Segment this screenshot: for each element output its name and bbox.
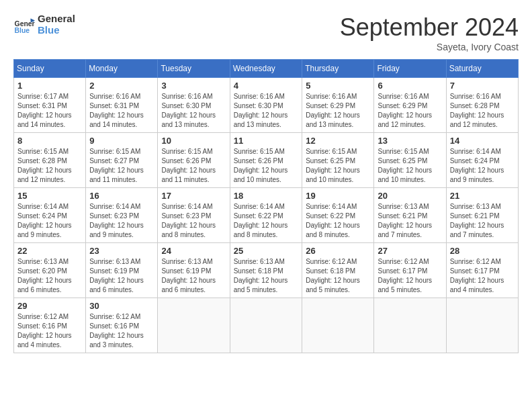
- calendar-cell: 11Sunrise: 6:15 AMSunset: 6:26 PMDayligh…: [230, 133, 302, 188]
- calendar-week-row: 29Sunrise: 6:12 AMSunset: 6:16 PMDayligh…: [14, 298, 519, 353]
- day-number: 28: [450, 246, 515, 256]
- day-number: 13: [378, 136, 442, 146]
- day-number: 11: [234, 136, 299, 146]
- logo: General Blue General Blue: [13, 13, 75, 36]
- calendar-cell: 17Sunrise: 6:14 AMSunset: 6:23 PMDayligh…: [158, 188, 230, 243]
- day-info: Sunrise: 6:15 AMSunset: 6:27 PMDaylight:…: [89, 147, 154, 185]
- day-info: Sunrise: 6:15 AMSunset: 6:25 PMDaylight:…: [306, 147, 370, 185]
- day-info: Sunrise: 6:16 AMSunset: 6:28 PMDaylight:…: [450, 92, 515, 130]
- calendar-cell: 6Sunrise: 6:16 AMSunset: 6:29 PMDaylight…: [374, 78, 446, 133]
- day-info: Sunrise: 6:14 AMSunset: 6:24 PMDaylight:…: [450, 147, 515, 185]
- calendar-cell: 10Sunrise: 6:15 AMSunset: 6:26 PMDayligh…: [158, 133, 230, 188]
- month-title: September 2024: [340, 13, 519, 42]
- day-number: 21: [450, 191, 515, 201]
- day-number: 26: [306, 246, 370, 256]
- calendar-cell: 18Sunrise: 6:14 AMSunset: 6:22 PMDayligh…: [230, 188, 302, 243]
- day-number: 4: [234, 81, 299, 91]
- day-number: 6: [378, 81, 442, 91]
- calendar-cell: 9Sunrise: 6:15 AMSunset: 6:27 PMDaylight…: [86, 133, 158, 188]
- day-info: Sunrise: 6:12 AMSunset: 6:17 PMDaylight:…: [378, 257, 442, 295]
- day-number: 1: [17, 81, 82, 91]
- calendar-cell: [158, 298, 230, 353]
- day-number: 23: [89, 246, 154, 256]
- calendar-cell: 2Sunrise: 6:16 AMSunset: 6:31 PMDaylight…: [86, 78, 158, 133]
- calendar-cell: 8Sunrise: 6:15 AMSunset: 6:28 PMDaylight…: [14, 133, 86, 188]
- day-info: Sunrise: 6:16 AMSunset: 6:30 PMDaylight:…: [161, 92, 226, 130]
- calendar-cell: 29Sunrise: 6:12 AMSunset: 6:16 PMDayligh…: [14, 298, 86, 353]
- day-info: Sunrise: 6:12 AMSunset: 6:18 PMDaylight:…: [306, 257, 370, 295]
- weekday-header-thursday: Thursday: [302, 60, 374, 78]
- day-info: Sunrise: 6:13 AMSunset: 6:18 PMDaylight:…: [234, 257, 299, 295]
- title-block: September 2024 Sayeta, Ivory Coast: [340, 13, 519, 52]
- calendar-week-row: 15Sunrise: 6:14 AMSunset: 6:24 PMDayligh…: [14, 188, 519, 243]
- day-number: 10: [161, 136, 226, 146]
- day-info: Sunrise: 6:16 AMSunset: 6:31 PMDaylight:…: [89, 92, 154, 130]
- day-info: Sunrise: 6:17 AMSunset: 6:31 PMDaylight:…: [17, 92, 82, 130]
- calendar-cell: [302, 298, 374, 353]
- calendar-cell: 19Sunrise: 6:14 AMSunset: 6:22 PMDayligh…: [302, 188, 374, 243]
- weekday-header-monday: Monday: [86, 60, 158, 78]
- calendar-cell: 4Sunrise: 6:16 AMSunset: 6:30 PMDaylight…: [230, 78, 302, 133]
- calendar-cell: 13Sunrise: 6:15 AMSunset: 6:25 PMDayligh…: [374, 133, 446, 188]
- calendar-cell: 1Sunrise: 6:17 AMSunset: 6:31 PMDaylight…: [14, 78, 86, 133]
- calendar-cell: [230, 298, 302, 353]
- day-number: 5: [306, 81, 370, 91]
- day-info: Sunrise: 6:15 AMSunset: 6:25 PMDaylight:…: [378, 147, 442, 185]
- calendar-table: SundayMondayTuesdayWednesdayThursdayFrid…: [13, 59, 519, 353]
- day-info: Sunrise: 6:12 AMSunset: 6:16 PMDaylight:…: [17, 312, 82, 350]
- day-number: 12: [306, 136, 370, 146]
- day-info: Sunrise: 6:14 AMSunset: 6:23 PMDaylight:…: [161, 202, 226, 240]
- location: Sayeta, Ivory Coast: [340, 42, 519, 52]
- weekday-header-saturday: Saturday: [446, 60, 518, 78]
- calendar-cell: 12Sunrise: 6:15 AMSunset: 6:25 PMDayligh…: [302, 133, 374, 188]
- day-info: Sunrise: 6:13 AMSunset: 6:20 PMDaylight:…: [17, 257, 82, 295]
- day-number: 19: [306, 191, 370, 201]
- day-number: 29: [17, 301, 82, 311]
- calendar-cell: 26Sunrise: 6:12 AMSunset: 6:18 PMDayligh…: [302, 243, 374, 298]
- day-info: Sunrise: 6:16 AMSunset: 6:29 PMDaylight:…: [378, 92, 442, 130]
- calendar-cell: 14Sunrise: 6:14 AMSunset: 6:24 PMDayligh…: [446, 133, 518, 188]
- day-number: 8: [17, 136, 82, 146]
- calendar-cell: 3Sunrise: 6:16 AMSunset: 6:30 PMDaylight…: [158, 78, 230, 133]
- day-info: Sunrise: 6:13 AMSunset: 6:19 PMDaylight:…: [161, 257, 226, 295]
- day-info: Sunrise: 6:16 AMSunset: 6:29 PMDaylight:…: [306, 92, 370, 130]
- day-info: Sunrise: 6:16 AMSunset: 6:30 PMDaylight:…: [234, 92, 299, 130]
- calendar-cell: 24Sunrise: 6:13 AMSunset: 6:19 PMDayligh…: [158, 243, 230, 298]
- calendar-cell: 22Sunrise: 6:13 AMSunset: 6:20 PMDayligh…: [14, 243, 86, 298]
- calendar-cell: [374, 298, 446, 353]
- day-info: Sunrise: 6:15 AMSunset: 6:26 PMDaylight:…: [161, 147, 226, 185]
- calendar-cell: 27Sunrise: 6:12 AMSunset: 6:17 PMDayligh…: [374, 243, 446, 298]
- day-number: 14: [450, 136, 515, 146]
- day-number: 30: [89, 301, 154, 311]
- day-info: Sunrise: 6:14 AMSunset: 6:22 PMDaylight:…: [306, 202, 370, 240]
- weekday-header-sunday: Sunday: [14, 60, 86, 78]
- day-number: 3: [161, 81, 226, 91]
- weekday-header-row: SundayMondayTuesdayWednesdayThursdayFrid…: [14, 60, 519, 78]
- calendar-cell: 15Sunrise: 6:14 AMSunset: 6:24 PMDayligh…: [14, 188, 86, 243]
- day-info: Sunrise: 6:13 AMSunset: 6:21 PMDaylight:…: [378, 202, 442, 240]
- calendar-cell: 7Sunrise: 6:16 AMSunset: 6:28 PMDaylight…: [446, 78, 518, 133]
- calendar-cell: 25Sunrise: 6:13 AMSunset: 6:18 PMDayligh…: [230, 243, 302, 298]
- page-header: General Blue General Blue September 2024…: [13, 13, 519, 52]
- day-number: 18: [234, 191, 299, 201]
- calendar-cell: 16Sunrise: 6:14 AMSunset: 6:23 PMDayligh…: [86, 188, 158, 243]
- weekday-header-tuesday: Tuesday: [158, 60, 230, 78]
- day-number: 22: [17, 246, 82, 256]
- day-info: Sunrise: 6:13 AMSunset: 6:21 PMDaylight:…: [450, 202, 515, 240]
- weekday-header-friday: Friday: [374, 60, 446, 78]
- calendar-week-row: 1Sunrise: 6:17 AMSunset: 6:31 PMDaylight…: [14, 78, 519, 133]
- day-info: Sunrise: 6:14 AMSunset: 6:23 PMDaylight:…: [89, 202, 154, 240]
- day-info: Sunrise: 6:12 AMSunset: 6:16 PMDaylight:…: [89, 312, 154, 350]
- calendar-cell: 23Sunrise: 6:13 AMSunset: 6:19 PMDayligh…: [86, 243, 158, 298]
- calendar-week-row: 8Sunrise: 6:15 AMSunset: 6:28 PMDaylight…: [14, 133, 519, 188]
- day-number: 20: [378, 191, 442, 201]
- day-number: 15: [17, 191, 82, 201]
- calendar-cell: [446, 298, 518, 353]
- day-number: 9: [89, 136, 154, 146]
- day-info: Sunrise: 6:13 AMSunset: 6:19 PMDaylight:…: [89, 257, 154, 295]
- day-number: 25: [234, 246, 299, 256]
- day-number: 17: [161, 191, 226, 201]
- day-info: Sunrise: 6:12 AMSunset: 6:17 PMDaylight:…: [450, 257, 515, 295]
- weekday-header-wednesday: Wednesday: [230, 60, 302, 78]
- calendar-week-row: 22Sunrise: 6:13 AMSunset: 6:20 PMDayligh…: [14, 243, 519, 298]
